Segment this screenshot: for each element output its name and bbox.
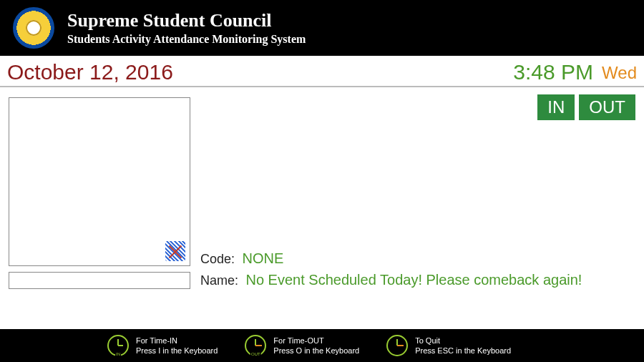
university-seal-icon — [13, 7, 54, 49]
event-name-label: Name: — [200, 273, 238, 288]
header-text: Supreme Student Council Students Activit… — [67, 10, 306, 46]
event-code-value: NONE — [243, 250, 284, 267]
footer-hints: IN For Time-IN Press I in the Keyboard O… — [0, 329, 644, 362]
event-code-row: Code: NONE — [200, 250, 283, 267]
current-date: October 12, 2016 — [7, 60, 173, 84]
app-title: Supreme Student Council — [67, 10, 306, 31]
hint-in-sub: Press I in the Keyboard — [136, 346, 218, 356]
hint-quit-title: To Quit — [415, 336, 511, 346]
event-name-row: Name: No Event Scheduled Today! Please c… — [200, 272, 582, 288]
clock-out-icon: OUT — [245, 335, 266, 356]
hint-in-title: For Time-IN — [136, 336, 218, 346]
current-time: 3:48 PM — [513, 60, 593, 84]
hint-out-title: For Time-OUT — [273, 336, 359, 346]
clock-in-icon: IN — [107, 335, 129, 356]
id-input[interactable] — [9, 272, 190, 289]
fingerprint-disabled-icon — [165, 241, 185, 261]
app-subtitle: Students Activity Attendance Monitoring … — [67, 33, 306, 46]
clock-quit-icon — [386, 335, 408, 356]
hint-quit: To Quit Press ESC in the Keyboard — [386, 335, 511, 356]
in-button[interactable]: IN — [537, 94, 575, 120]
date-time-bar: October 12, 2016 3:48 PM Wed — [0, 56, 644, 87]
event-code-label: Code: — [200, 252, 235, 267]
photo-preview — [9, 97, 190, 266]
out-button[interactable]: OUT — [579, 94, 635, 120]
main-area: IN OUT Code: NONE Name: No Event Schedul… — [0, 87, 644, 329]
hint-time-out: OUT For Time-OUT Press O in the Keyboard — [245, 335, 359, 356]
event-name-value: No Event Scheduled Today! Please comebac… — [245, 272, 582, 288]
current-day: Wed — [602, 63, 637, 83]
hint-out-sub: Press O in the Keyboard — [273, 346, 359, 356]
app-header: Supreme Student Council Students Activit… — [0, 0, 644, 56]
hint-quit-sub: Press ESC in the Keyboard — [415, 346, 511, 356]
hint-time-in: IN For Time-IN Press I in the Keyboard — [107, 335, 218, 356]
inout-buttons: IN OUT — [537, 94, 635, 120]
